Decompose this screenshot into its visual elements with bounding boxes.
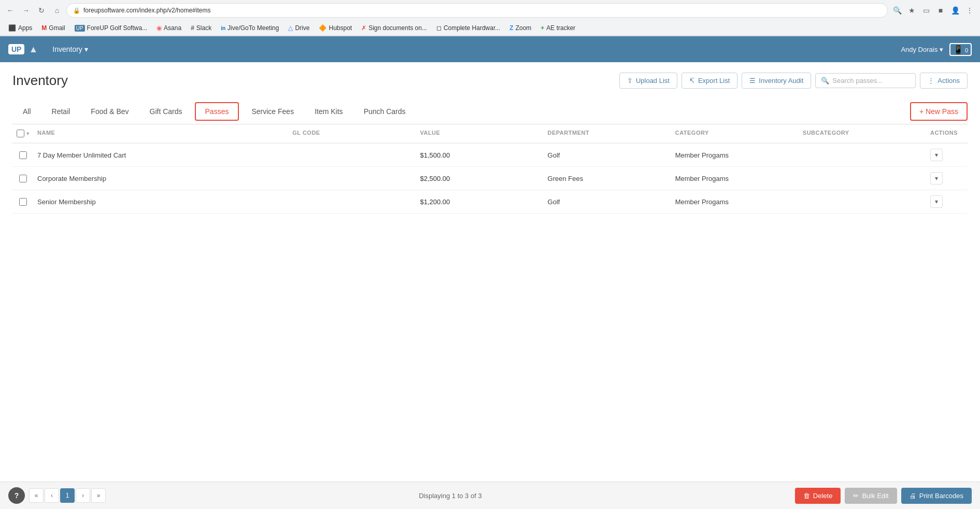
col-header-gl-code[interactable]: GL CODE <box>288 130 416 137</box>
checkbox-dropdown-icon[interactable]: ▾ <box>26 131 30 136</box>
complete-hw-icon: ◻ <box>436 24 442 32</box>
new-pass-button[interactable]: + New Pass <box>910 102 968 121</box>
bulk-edit-button[interactable]: ✏ Bulk Edit <box>845 488 897 504</box>
bookmark-slack[interactable]: # Slack <box>187 23 216 33</box>
row-department: Golf <box>544 151 671 159</box>
tab-food-bev[interactable]: Food & Bev <box>80 101 139 123</box>
search-icon[interactable]: 🔍 <box>891 4 903 17</box>
inventory-nav-label: Inventory <box>52 45 82 53</box>
col-header-department[interactable]: DEPARTMENT <box>544 130 671 137</box>
prev-page-button[interactable]: ‹ <box>45 488 59 503</box>
tab-gift-cards[interactable]: Gift Cards <box>139 101 193 123</box>
reload-button[interactable]: ↻ <box>35 4 48 17</box>
select-all-checkbox[interactable] <box>17 130 24 137</box>
row-value: $2,500.00 <box>416 175 543 182</box>
bookmark-complete-hw[interactable]: ◻ Complete Hardwar... <box>432 23 504 33</box>
extensions-icon[interactable]: ■ <box>934 4 947 17</box>
drive-icon: △ <box>288 24 293 32</box>
col-header-name[interactable]: NAME <box>33 130 288 137</box>
apps-icon: ⬛ <box>8 24 16 32</box>
header-right: Andy Dorais ▾ 📱 0 <box>901 43 972 56</box>
logo-icon: ▲ <box>29 44 38 55</box>
last-page-button[interactable]: » <box>91 488 106 503</box>
upload-list-button[interactable]: ⇧ Upload List <box>619 73 677 89</box>
tab-retail[interactable]: Retail <box>41 101 81 123</box>
tab-service-fees[interactable]: Service Fees <box>241 101 304 123</box>
bookmark-zoom[interactable]: Z Zoom <box>505 23 535 33</box>
row-checkbox[interactable] <box>19 198 27 206</box>
bookmark-asana[interactable]: ◉ Asana <box>152 23 186 33</box>
page-actions: ⇧ Upload List ↸ Export List ☰ Inventory … <box>619 73 968 89</box>
table-row: Senior Membership $1,200.00 Golf Member … <box>12 190 968 214</box>
tab-item-kits[interactable]: Item Kits <box>304 101 353 123</box>
row-actions-dropdown-icon: ▾ <box>935 175 938 182</box>
notification-badge[interactable]: 📱 0 <box>949 43 972 56</box>
help-button[interactable]: ? <box>8 487 25 504</box>
bookmark-ae-tracker[interactable]: + AE tracker <box>536 23 579 33</box>
inventory-audit-button[interactable]: ☰ Inventory Audit <box>742 73 811 89</box>
table-row: Corporate Membership $2,500.00 Green Fee… <box>12 167 968 190</box>
next-page-button[interactable]: › <box>76 488 90 503</box>
browser-toolbar: ← → ↻ ⌂ 🔒 foreupsoftware.com/index.php/v… <box>0 0 980 21</box>
tab-all[interactable]: All <box>12 101 41 123</box>
table-row: 7 Day Member Unlimited Cart $1,500.00 Go… <box>12 144 968 167</box>
bookmark-jive[interactable]: in Jive/GoTo Meeting <box>217 23 283 33</box>
row-actions-button[interactable]: ▾ <box>930 172 943 185</box>
col-header-value[interactable]: VALUE <box>416 130 543 137</box>
bookmark-star-icon[interactable]: ★ <box>905 4 918 17</box>
menu-icon[interactable]: ⋮ <box>963 4 976 17</box>
delete-icon: 🗑 <box>803 492 810 500</box>
upload-icon: ⇧ <box>627 77 633 84</box>
ae-tracker-icon: + <box>541 24 544 32</box>
row-checkbox[interactable] <box>19 151 27 159</box>
select-all-wrapper[interactable]: ▾ <box>17 130 29 137</box>
col-header-subcategory[interactable]: SUBCATEGORY <box>799 130 926 137</box>
tab-punch-cards[interactable]: Punch Cards <box>353 101 416 123</box>
bookmark-sign-docs[interactable]: ✗ Sign documents on... <box>357 23 431 33</box>
actions-button[interactable]: ⋮ Actions <box>920 73 968 89</box>
page-header: Inventory ⇧ Upload List ↸ Export List ☰ … <box>12 73 968 89</box>
search-icon: 🔍 <box>821 77 829 84</box>
bookmark-hubspot[interactable]: 🔶 Hubspot <box>315 23 356 33</box>
cast-icon[interactable]: ▭ <box>920 4 932 17</box>
row-actions-button[interactable]: ▾ <box>930 149 943 161</box>
hubspot-icon: 🔶 <box>319 24 326 32</box>
forward-button[interactable]: → <box>20 4 32 17</box>
app-logo[interactable]: UP ▲ <box>8 44 38 55</box>
profile-icon[interactable]: 👤 <box>949 4 961 17</box>
back-button[interactable]: ← <box>4 4 17 17</box>
row-name: Senior Membership <box>33 198 288 206</box>
inventory-nav-item[interactable]: Inventory ▾ <box>46 36 94 62</box>
row-name: 7 Day Member Unlimited Cart <box>33 151 288 159</box>
footer-right: 🗑 Delete ✏ Bulk Edit 🖨 Print Barcodes <box>795 488 972 504</box>
browser-right-icons: 🔍 ★ ▭ ■ 👤 ⋮ <box>891 4 976 17</box>
page-1-button[interactable]: 1 <box>60 488 75 503</box>
delete-button[interactable]: 🗑 Delete <box>795 488 841 504</box>
first-page-button[interactable]: « <box>29 488 44 503</box>
export-list-button[interactable]: ↸ Export List <box>681 73 737 89</box>
row-checkbox[interactable] <box>19 175 27 182</box>
bulk-edit-icon: ✏ <box>853 492 859 500</box>
col-header-actions: ACTIONS <box>926 130 968 137</box>
bookmark-apps[interactable]: ⬛ Apps <box>4 23 36 33</box>
bookmark-foreup[interactable]: UP ForeUP Golf Softwa... <box>70 23 151 33</box>
print-barcodes-button[interactable]: 🖨 Print Barcodes <box>901 488 972 504</box>
export-icon: ↸ <box>689 77 695 84</box>
actions-dots-icon: ⋮ <box>928 77 934 84</box>
home-button[interactable]: ⌂ <box>51 4 63 17</box>
row-checkbox-cell <box>12 175 33 182</box>
user-menu[interactable]: Andy Dorais ▾ <box>901 46 943 53</box>
slack-icon: # <box>191 24 194 32</box>
row-actions-cell: ▾ <box>926 195 968 208</box>
address-bar[interactable]: 🔒 foreupsoftware.com/index.php/v2/home#i… <box>66 3 888 18</box>
row-category: Member Progams <box>671 151 799 159</box>
col-header-category[interactable]: CATEGORY <box>671 130 799 137</box>
lock-icon: 🔒 <box>73 7 80 14</box>
bookmark-gmail[interactable]: M Gmail <box>37 23 69 33</box>
bookmark-drive[interactable]: △ Drive <box>284 23 314 33</box>
row-actions-cell: ▾ <box>926 172 968 185</box>
tab-passes[interactable]: Passes <box>195 102 239 121</box>
search-box[interactable]: 🔍 <box>815 73 916 88</box>
row-actions-button[interactable]: ▾ <box>930 195 943 208</box>
search-input[interactable] <box>832 77 910 84</box>
